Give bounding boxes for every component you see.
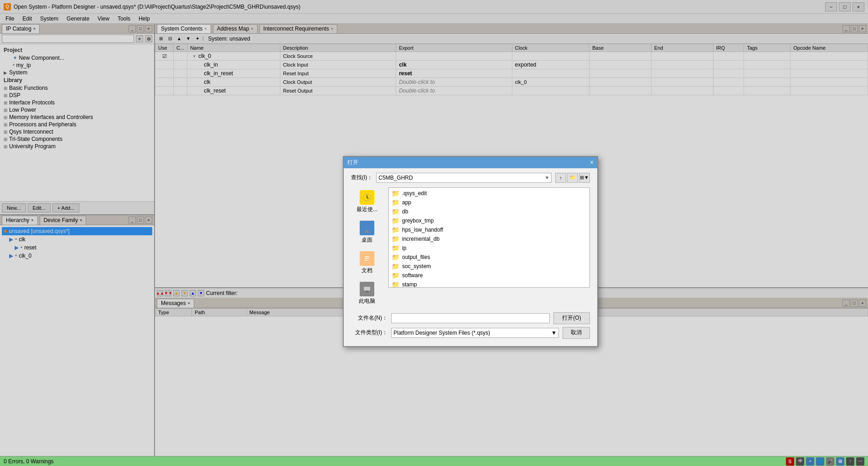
file-name: ip [402,245,406,251]
folder-icon: 📁 [392,244,399,252]
list-item[interactable]: 📁db [390,207,589,216]
svg-rect-3 [364,232,370,233]
svg-rect-10 [366,291,368,292]
list-item[interactable]: 📁software [390,271,589,280]
filename-label: 文件名(N)： [351,314,388,322]
list-item[interactable]: 📁stamp [390,280,589,288]
folder-icon: 📁 [392,217,399,224]
folder-icon: 📁 [392,235,399,243]
filetype-label: 文件类型(I)： [351,329,388,337]
doc-icon [360,251,374,266]
dialog-path-arrow: ▼ [545,175,549,180]
dialog-title-bar: 打开 × [344,157,597,168]
filetype-combo[interactable]: Platform Designer System Files (*.qsys) … [391,328,559,338]
svg-rect-9 [364,287,370,290]
list-item[interactable]: 📁greybox_tmp [390,216,589,225]
dialog-nav: 最近使... 桌面 文档 [351,187,383,308]
folder-icon: 📁 [392,208,399,215]
svg-rect-1 [362,224,372,230]
file-name: .qsys_edit [402,190,427,197]
nav-recent-label: 最近使... [356,206,377,213]
dialog-search-label: 查找(I)： [351,174,372,181]
folder-icon: 📁 [392,199,399,206]
dialog-body: 查找(I)： C5MB_GHRD ▼ ↑ 📁 ⊞▼ [344,168,597,346]
filename-row: 文件名(N)： 打开(O) [351,312,590,324]
list-item[interactable]: 📁incremental_db [390,234,589,243]
filetype-row: 文件类型(I)： Platform Designer System Files … [351,327,590,339]
folder-icon: 📁 [392,281,399,288]
dialog-new-folder-button[interactable]: 📁 [567,173,578,183]
open-dialog: 打开 × 查找(I)： C5MB_GHRD ▼ ↑ 📁 ⊞▼ [343,156,598,347]
nav-recent[interactable]: 最近使... [351,187,383,216]
filename-input[interactable] [391,313,550,323]
file-name: software [402,272,423,279]
list-item[interactable]: 📁.qsys_edit [390,189,589,198]
dialog-toolbar: ↑ 📁 ⊞▼ [555,173,590,183]
file-name: hps_isw_handoff [402,227,443,233]
dialog-close-button[interactable]: × [590,159,594,166]
open-button[interactable]: 打开(O) [553,312,590,324]
file-name: incremental_db [402,236,439,242]
folder-icon: 📁 [392,226,399,233]
file-name: soc_system [402,263,431,269]
list-item[interactable]: 📁hps_isw_handoff [390,225,589,234]
nav-doc[interactable]: 文档 [351,249,383,277]
folder-icon: 📁 [392,272,399,279]
dialog-bottom: 文件名(N)： 打开(O) 文件类型(I)： Platform Designer… [351,312,590,339]
dialog-file-list[interactable]: 📁.qsys_edit📁app📁db📁greybox_tmp📁hps_isw_h… [388,187,590,288]
nav-desktop[interactable]: 桌面 [351,218,383,247]
dialog-path-combo[interactable]: C5MB_GHRD ▼ [376,173,552,183]
folder-icon: 📁 [392,263,399,270]
pc-icon [360,282,374,296]
nav-pc-label: 此电脑 [359,297,375,305]
dialog-overlay: 打开 × 查找(I)： C5MB_GHRD ▼ ↑ 📁 ⊞▼ [0,0,868,466]
dialog-title-text: 打开 [347,159,358,166]
nav-doc-label: 文档 [362,267,372,274]
dialog-nav-panel: 最近使... 桌面 文档 [351,187,590,308]
cancel-button[interactable]: 取消 [563,327,590,339]
folder-icon: 📁 [392,190,399,197]
list-item[interactable]: 📁soc_system [390,262,589,271]
file-name: app [402,199,411,206]
nav-desktop-label: 桌面 [362,236,372,244]
filetype-arrow: ▼ [551,330,557,336]
list-item[interactable]: 📁ip [390,243,589,253]
file-name: db [402,208,408,215]
file-name: output_files [402,254,430,260]
svg-rect-2 [366,230,368,232]
desktop-icon [360,221,374,235]
dialog-search-row: 查找(I)： C5MB_GHRD ▼ ↑ 📁 ⊞▼ [351,173,590,183]
recent-icon [360,190,374,205]
folder-icon: 📁 [392,254,399,261]
dialog-view-button[interactable]: ⊞▼ [579,173,590,183]
nav-pc[interactable]: 此电脑 [351,279,383,308]
file-name: stamp [402,281,417,288]
dialog-path-text: C5MB_GHRD [378,175,545,181]
dialog-up-button[interactable]: ↑ [555,173,566,183]
list-item[interactable]: 📁output_files [390,253,589,262]
file-name: greybox_tmp [402,217,434,224]
filetype-value: Platform Designer System Files (*.qsys) [393,330,490,336]
list-item[interactable]: 📁app [390,198,589,207]
